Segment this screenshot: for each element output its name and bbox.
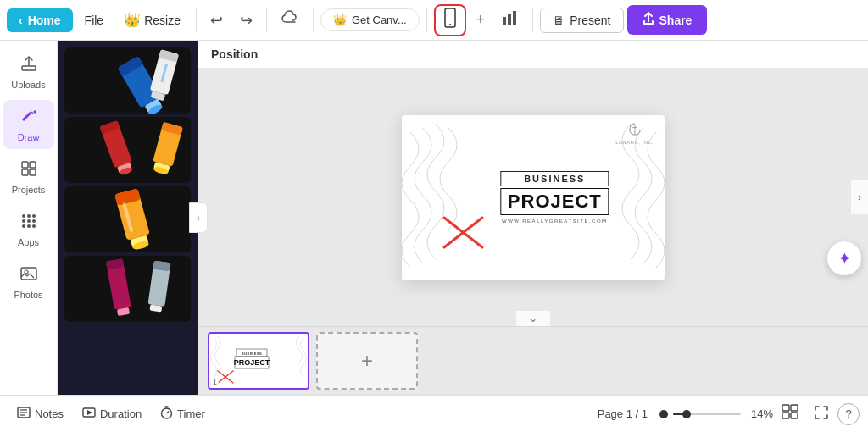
sidebar-item-photos[interactable]: Photos (3, 258, 54, 307)
add-element-button[interactable]: + (470, 6, 492, 34)
chevron-left-icon: ‹ (19, 14, 23, 27)
panel-collapse-button[interactable]: ‹ (189, 202, 208, 233)
scroll-right-button[interactable]: › (851, 180, 868, 214)
file-label: File (85, 14, 104, 27)
nav-divider-4 (426, 8, 427, 32)
canvas-area: Position (198, 41, 868, 395)
page-info: Page 1 / 1 (587, 407, 658, 420)
svg-line-65 (167, 412, 170, 414)
bottom-bar: Notes Duration Timer Page 1 / 1 14% (0, 395, 868, 432)
slide-logo: LANARA, INC. (615, 122, 654, 145)
svg-point-14 (27, 219, 31, 223)
resize-label: Resize (144, 14, 181, 27)
chart-icon (502, 10, 519, 30)
file-button[interactable]: File (76, 8, 113, 32)
canvas-slide[interactable]: LANARA, INC. BUSINESS PROJECT WWW.REALLY… (402, 115, 665, 280)
apps-icon (19, 212, 38, 235)
svg-point-12 (32, 214, 36, 218)
zoom-slider[interactable] (673, 413, 741, 415)
thumbnail-number: 1 (211, 378, 219, 386)
duration-button[interactable]: Duration (74, 402, 150, 425)
nav-divider-1 (196, 8, 197, 32)
grid-view-button[interactable] (775, 401, 805, 427)
canva-label: Get Canv... (352, 14, 407, 26)
add-slide-icon: + (361, 349, 373, 373)
position-panel-title: Position (198, 41, 868, 69)
undo-icon: ↩ (210, 11, 223, 30)
scroll-down-button[interactable]: ⌄ (516, 311, 550, 326)
present-label: Present (570, 14, 610, 27)
zoom-line-fill (673, 413, 683, 415)
magic-button[interactable]: ✦ (827, 241, 861, 275)
sidebar-item-projects[interactable]: Projects (3, 152, 54, 202)
sidebar-photos-label: Photos (14, 290, 42, 300)
share-label: Share (659, 14, 693, 27)
svg-rect-4 (513, 11, 516, 25)
svg-rect-3 (508, 14, 511, 25)
tool-blue-marker[interactable] (64, 47, 191, 114)
resize-button[interactable]: 👑 Resize (115, 7, 189, 33)
home-button[interactable]: ‹ Home (7, 8, 73, 32)
phone-icon (443, 8, 457, 32)
cloud-icon (281, 10, 299, 30)
help-button[interactable]: ? (837, 403, 860, 425)
thumbnail-1[interactable]: BUSINESS PROJECT 1 (208, 332, 309, 390)
plus-icon: + (476, 11, 486, 29)
svg-point-18 (32, 224, 36, 228)
sidebar-item-uploads[interactable]: Uploads (3, 47, 54, 97)
sidebar: Uploads Draw Projects (0, 41, 58, 395)
canva-crown-icon: 👑 (333, 14, 347, 26)
slide-content: BUSINESS PROJECT WWW.REALLYGREATSITE.COM (500, 171, 609, 224)
notes-label: Notes (35, 407, 64, 420)
zoom-slider-area (659, 410, 741, 418)
tool-pens[interactable] (64, 256, 191, 322)
svg-point-20 (25, 270, 28, 274)
projects-icon (19, 159, 38, 182)
svg-point-1 (449, 24, 451, 25)
undo-button[interactable]: ↩ (203, 6, 230, 35)
svg-point-17 (27, 224, 31, 228)
sidebar-uploads-label: Uploads (11, 80, 45, 90)
svg-rect-67 (791, 405, 798, 411)
present-button[interactable]: 🖥 Present (540, 8, 623, 33)
home-label: Home (28, 14, 61, 27)
redo-icon: ↪ (240, 11, 253, 30)
tool-markers[interactable] (64, 117, 191, 183)
slide-project-text: PROJECT (500, 188, 609, 215)
duration-icon (82, 407, 96, 421)
cloud-button[interactable] (274, 5, 306, 35)
add-slide-button[interactable]: + (316, 332, 418, 390)
sidebar-item-apps[interactable]: Apps (3, 205, 54, 254)
zoom-thumb[interactable] (682, 410, 691, 418)
share-button[interactable]: Share (627, 5, 708, 35)
svg-rect-19 (21, 268, 36, 280)
zoom-min-dot (659, 410, 668, 418)
chevron-down-icon: ⌄ (529, 313, 537, 324)
notes-button[interactable]: Notes (8, 402, 72, 425)
svg-rect-5 (22, 66, 36, 70)
svg-rect-69 (791, 413, 798, 418)
get-canva-button[interactable]: 👑 Get Canv... (320, 8, 420, 31)
svg-text:PROJECT: PROJECT (234, 358, 270, 367)
svg-point-16 (22, 224, 25, 228)
nav-divider-5 (532, 8, 533, 32)
slide-website-text: WWW.REALLYGREATSITE.COM (500, 219, 609, 224)
svg-point-15 (32, 219, 36, 223)
svg-rect-7 (30, 162, 36, 168)
timer-button[interactable]: Timer (152, 402, 214, 426)
canvas-scroll-area[interactable]: LANARA, INC. BUSINESS PROJECT WWW.REALLY… (198, 69, 868, 326)
slide-business-text: BUSINESS (500, 171, 609, 186)
chart-button[interactable] (495, 5, 526, 35)
redo-button[interactable]: ↪ (233, 6, 259, 35)
top-nav: ‹ Home File 👑 Resize ↩ ↪ 👑 Get Canv... + (0, 0, 868, 41)
sidebar-item-draw[interactable]: Draw (3, 100, 54, 149)
sidebar-apps-label: Apps (18, 237, 39, 247)
logo-text: LANARA, INC. (615, 140, 654, 145)
tool-highlighter[interactable] (64, 186, 191, 252)
svg-point-13 (22, 219, 25, 223)
svg-rect-68 (782, 413, 789, 418)
phone-view-button[interactable] (434, 4, 466, 36)
thumbnails-bar: BUSINESS PROJECT 1 + (198, 326, 868, 395)
fullscreen-button[interactable] (807, 402, 836, 427)
svg-marker-61 (87, 410, 92, 415)
